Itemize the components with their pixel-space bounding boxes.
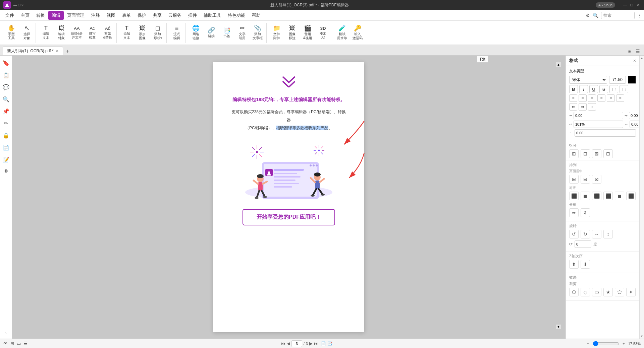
bring-front-icon[interactable]: ⬆	[569, 260, 579, 269]
sidebar-search-icon[interactable]: 🔍	[1, 94, 11, 104]
align-left-button[interactable]: ≡	[569, 94, 577, 102]
menu-file[interactable]: 文件	[2, 11, 17, 20]
select-object-button[interactable]: ↖ 选择对象	[19, 23, 34, 42]
last-page-button[interactable]: ⏭	[314, 341, 318, 346]
crop-cross-icon[interactable]: ✦	[626, 288, 636, 296]
bold-button[interactable]: B	[569, 85, 578, 93]
scale-input[interactable]	[574, 121, 623, 128]
menu-share[interactable]: 共享	[150, 11, 165, 20]
underline-button[interactable]: U	[589, 85, 598, 93]
sidebar-note-icon[interactable]: 📝	[1, 155, 11, 164]
menu-page-manage[interactable]: 页面管理	[64, 11, 88, 20]
image-stamp-button[interactable]: 🖼 图像标注	[285, 23, 300, 42]
pdf-cta-button[interactable]: 开始享受您的PDF应用吧！	[243, 209, 335, 225]
crop-circle-icon[interactable]: ⬡	[569, 288, 579, 296]
sidebar-bookmark-icon[interactable]: 🔖	[1, 58, 11, 68]
menu-view[interactable]: 视图	[103, 11, 119, 20]
add-shape-button[interactable]: ◻ 添加形状▾	[150, 23, 165, 42]
toolbar-settings-icon[interactable]: ⚙	[586, 13, 590, 18]
right-indent-input[interactable]	[629, 112, 639, 119]
flip-h-icon[interactable]: ↔	[592, 230, 601, 238]
align-center-h[interactable]: ◼	[615, 192, 624, 200]
link-button[interactable]: 🔗 链接	[204, 23, 219, 42]
add-3d-button[interactable]: 3D 添加3D	[316, 23, 330, 42]
align-justify2-button[interactable]: ≡	[607, 94, 615, 102]
sidebar-comments-icon[interactable]: 💬	[1, 82, 11, 92]
tab-close-button[interactable]: ✕	[56, 49, 59, 53]
add-text-button[interactable]: T 添加文本	[119, 23, 134, 42]
hyph-icon-3[interactable]: ⊠	[592, 149, 601, 158]
align-center-v[interactable]: ◼	[581, 192, 590, 200]
sidebar-pages-icon[interactable]: 📋	[1, 70, 11, 80]
arrange-toggle[interactable]: 排列	[569, 162, 636, 167]
line-spacing-button[interactable]: ↕	[588, 103, 596, 111]
hyph-icon-4[interactable]: ⊡	[603, 149, 613, 158]
menu-convert[interactable]: 转换	[33, 11, 48, 20]
zoom-out-button[interactable]: －	[586, 341, 590, 346]
replace-button[interactable]: Aб 简繁&替换	[100, 23, 115, 42]
article-button[interactable]: 📎 添加文章框	[250, 23, 265, 42]
subscript-button[interactable]: T↓	[620, 85, 628, 93]
center-both-icon[interactable]: ⊠	[592, 175, 601, 184]
link-merge-button[interactable]: AA 链接&合并文本	[69, 23, 84, 42]
align-center-button[interactable]: ≡	[579, 94, 587, 102]
align-right-button[interactable]: ≡	[588, 94, 596, 102]
sidebar-expand-button[interactable]: ›	[5, 330, 7, 336]
scroll-down-button[interactable]: ▼	[556, 325, 561, 329]
view-toggle-list[interactable]: ☰	[634, 49, 641, 54]
prev-page-button[interactable]: ◀	[287, 341, 290, 346]
bookmark-button[interactable]: 📑 书签	[219, 23, 234, 42]
indent-increase-button[interactable]: ➡	[579, 103, 587, 111]
effects-label[interactable]: 效果	[569, 275, 636, 280]
menu-form[interactable]: 表单	[119, 11, 134, 20]
flip-v-icon[interactable]: ↕	[603, 230, 613, 238]
baseline-input[interactable]	[575, 129, 636, 137]
sidebar-edit-icon[interactable]: ✏	[1, 119, 11, 128]
menu-special[interactable]: 特色功能	[224, 11, 249, 20]
continuous-view-icon[interactable]: ☰	[23, 341, 28, 346]
indent-decrease-button[interactable]: ⬅	[569, 103, 577, 111]
edit-object-button[interactable]: 🖼 编辑对象	[54, 23, 69, 42]
menu-cloud[interactable]: 云服务	[165, 11, 185, 20]
distribute-h-icon[interactable]: ⇔	[569, 208, 579, 217]
center-v-icon[interactable]: ⊟	[581, 175, 590, 184]
single-view-icon[interactable]: ▭	[17, 341, 21, 346]
crop-rect-icon[interactable]: ▭	[592, 288, 601, 296]
sidebar-doc-icon[interactable]: 📄	[1, 143, 11, 152]
activate-button[interactable]: 🔑 输入激活码	[350, 23, 365, 42]
spell-check-button[interactable]: Ac 拼写检查	[85, 23, 100, 42]
page-layout-icon[interactable]: 📄	[321, 341, 326, 346]
hyph-icon-1[interactable]: ⊞	[569, 149, 579, 158]
edit-text-button[interactable]: T 编辑文本	[39, 23, 53, 42]
search-icon[interactable]: 🔍	[593, 13, 598, 18]
scroll-up-button[interactable]: ▲	[556, 62, 561, 67]
align-justify3-button[interactable]: ≡	[616, 94, 624, 102]
send-back-icon[interactable]: ⬇	[581, 260, 590, 269]
indent-input[interactable]	[574, 112, 623, 119]
attachment-button[interactable]: 📁 文件附件	[269, 23, 284, 42]
rotate-label[interactable]: 旋转	[569, 223, 636, 228]
menu-plugin[interactable]: 插件	[185, 11, 200, 20]
minimize-button[interactable]: —	[623, 3, 627, 7]
strikethrough-button[interactable]: S	[599, 85, 608, 93]
menu-help[interactable]: 帮助	[249, 11, 264, 20]
menu-annotate[interactable]: 注释	[88, 11, 103, 20]
hyphenation-toggle[interactable]: 拆分	[569, 143, 636, 148]
new-tab-button[interactable]: +	[64, 47, 72, 55]
rotate-ccw-icon[interactable]: ↺	[569, 230, 579, 238]
close-button[interactable]: ✕	[636, 3, 641, 7]
align-left-edge[interactable]: ⬛	[569, 192, 579, 200]
char-spacing-input[interactable]	[630, 121, 639, 128]
web-link-button[interactable]: 🌐 网络链接	[189, 23, 203, 42]
document-tab[interactable]: 新人引导(1)_OCR(3).pdf * ✕	[3, 47, 63, 55]
continuous-page-icon[interactable]: 📑	[327, 341, 332, 346]
font-color-picker[interactable]	[628, 76, 636, 84]
align-justify-button[interactable]: ≡	[597, 94, 605, 102]
maximize-button[interactable]: □	[629, 3, 634, 7]
menu-home[interactable]: 主页	[17, 11, 33, 20]
more-options-icon[interactable]: ⋮	[637, 13, 642, 18]
right-panel-close-button[interactable]: ×	[633, 58, 636, 63]
scroll-up-right[interactable]: ▲	[640, 56, 644, 60]
next-page-button[interactable]: ▶	[309, 341, 313, 346]
font-name-select[interactable]: 宋体	[569, 76, 607, 84]
